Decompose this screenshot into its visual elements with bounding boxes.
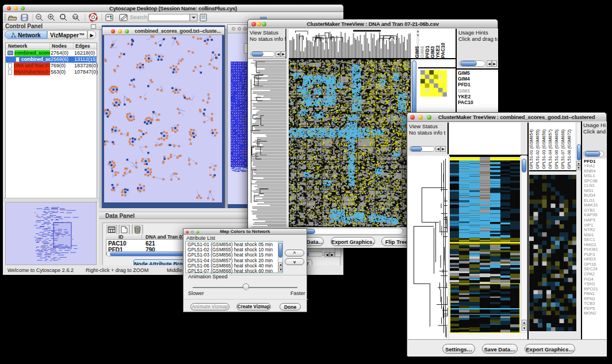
svg-text:1:1: 1:1 [73, 16, 77, 19]
svg-text:Search:: Search: [130, 14, 149, 20]
